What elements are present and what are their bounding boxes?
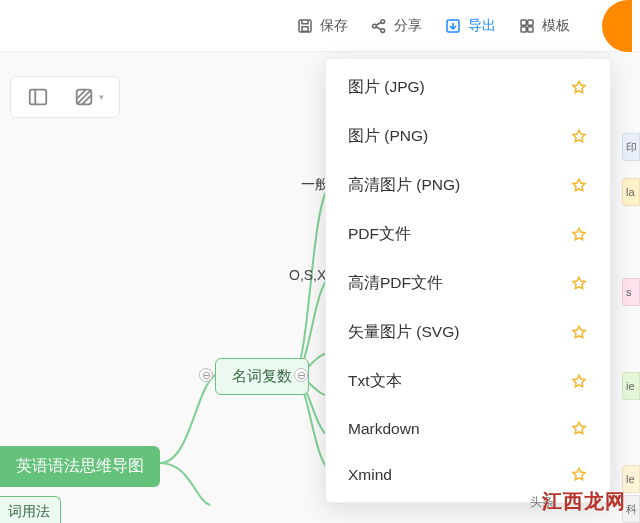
premium-icon [570,128,588,146]
export-menu: 图片 (JPG) 图片 (PNG) 高清图片 (PNG) PDF文件 高清PDF… [325,58,611,503]
export-option-pdf[interactable]: PDF文件 [326,210,610,259]
option-label: 矢量图片 (SVG) [348,322,459,343]
share-button[interactable]: 分享 [370,17,422,35]
edge-tab[interactable]: ie [622,372,640,400]
save-icon [296,17,314,35]
export-option-jpg[interactable]: 图片 (JPG) [326,63,610,112]
export-icon [444,17,462,35]
mindmap-node-partial[interactable]: 词用法 [0,496,61,523]
node-label: 词用法 [8,503,50,519]
node-label: 名词复数 [232,367,292,384]
export-option-svg[interactable]: 矢量图片 (SVG) [326,308,610,357]
export-label: 导出 [468,17,496,35]
option-label: Txt文本 [348,371,402,392]
option-label: 高清PDF文件 [348,273,443,294]
option-label: Xmind [348,466,392,484]
premium-icon [570,466,588,484]
save-button[interactable]: 保存 [296,17,348,35]
option-label: 图片 (PNG) [348,126,428,147]
export-option-markdown[interactable]: Markdown [326,406,610,452]
premium-icon [570,275,588,293]
mindmap-child-label[interactable]: O,S,X [289,267,326,283]
edge-tab[interactable]: la [622,178,640,206]
root-label: 英语语法思维导图 [16,457,144,474]
save-label: 保存 [320,17,348,35]
export-option-hd-pdf[interactable]: 高清PDF文件 [326,259,610,308]
premium-icon [570,420,588,438]
svg-rect-6 [521,20,526,25]
top-toolbar: 保存 分享 导出 模板 [0,0,640,52]
premium-icon [570,79,588,97]
collapse-toggle-icon[interactable]: ⊖ [199,368,213,382]
premium-icon [570,324,588,342]
option-label: 高清图片 (PNG) [348,175,460,196]
premium-icon [570,177,588,195]
share-icon [370,17,388,35]
template-label: 模板 [542,17,570,35]
collapse-toggle-icon[interactable]: ⊖ [294,368,308,382]
mindmap-root-node[interactable]: 英语语法思维导图 [0,446,160,487]
option-label: PDF文件 [348,224,411,245]
export-option-txt[interactable]: Txt文本 [326,357,610,406]
share-label: 分享 [394,17,422,35]
template-button[interactable]: 模板 [518,17,570,35]
premium-icon [570,373,588,391]
export-button[interactable]: 导出 [444,17,496,35]
option-label: 图片 (JPG) [348,77,425,98]
edge-tab[interactable]: s [622,278,640,306]
template-icon [518,17,536,35]
edge-tab[interactable]: 印 [622,133,640,161]
export-option-png[interactable]: 图片 (PNG) [326,112,610,161]
option-label: Markdown [348,420,420,438]
avatar[interactable] [602,0,632,52]
export-option-hd-png[interactable]: 高清图片 (PNG) [326,161,610,210]
svg-rect-8 [521,26,526,31]
svg-rect-7 [528,20,533,25]
watermark: 江西龙网 [542,488,626,515]
svg-rect-9 [528,26,533,31]
premium-icon [570,226,588,244]
svg-rect-1 [302,26,308,31]
